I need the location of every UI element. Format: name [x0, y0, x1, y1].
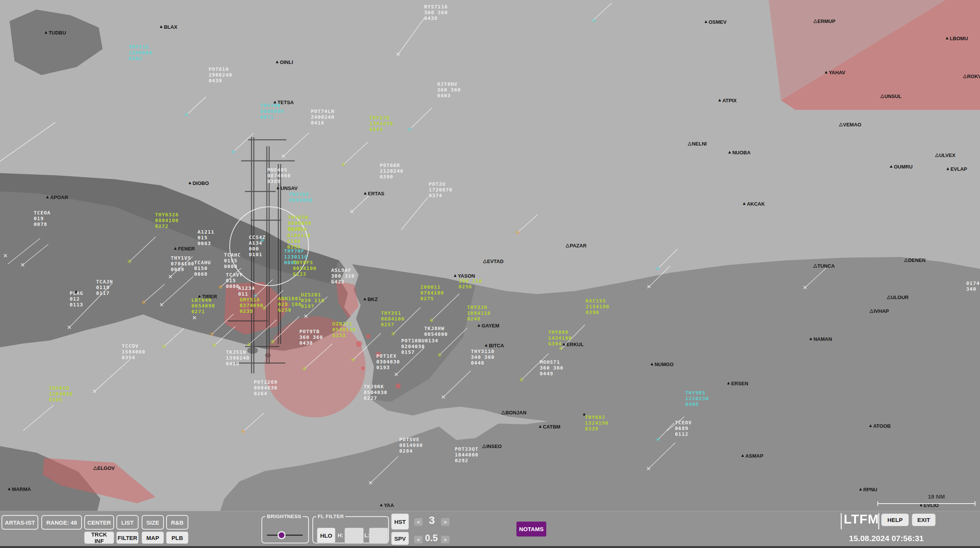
aircraft-symbol[interactable]: ✕ — [304, 313, 309, 320]
center-button[interactable]: CENTER — [84, 515, 114, 530]
aircraft-symbol[interactable]: ✕ — [647, 283, 652, 290]
aircraft-symbol[interactable]: ✳ — [212, 342, 217, 349]
aircraft-symbol[interactable]: ✳ — [302, 365, 307, 372]
aircraft-symbol[interactable]: ✳ — [247, 341, 252, 348]
l-input[interactable] — [369, 528, 388, 544]
h-input[interactable] — [345, 528, 364, 544]
hst-decrement-button[interactable]: < — [414, 518, 423, 526]
track-label-THY6326[interactable]: THY632608841000272 — [155, 212, 179, 229]
track-label-TCCDV[interactable]: TCCDV15840600354 — [122, 343, 145, 360]
hlo-button[interactable]: HLO — [317, 528, 335, 543]
aircraft-symbol[interactable]: ✳ — [218, 284, 223, 291]
aircraft-symbol[interactable]: ✳ — [270, 339, 275, 345]
track-label-LBT640[interactable]: LBT64006540900271 — [191, 297, 215, 314]
aircraft-symbol[interactable]: ✕ — [231, 149, 236, 155]
help-button[interactable]: HELP — [881, 514, 909, 526]
radar-map[interactable]: ▲TUDBU▲BLAX▲OINLI▲TETSA▲OSMEV△ERMUP▲LBOM… — [0, 0, 980, 548]
range-button[interactable]: RANGE: 48 — [41, 515, 82, 530]
aircraft-symbol[interactable]: ✳ — [656, 436, 661, 443]
spv-increment-button[interactable]: > — [441, 536, 449, 543]
track-label-UZB271[interactable]: UZB2710549110G233 — [332, 321, 356, 338]
track-label-THY8FS[interactable]: THY8FS0054100G123 — [293, 260, 317, 277]
track-label-UZS201[interactable]: UZS201039 1100187 — [301, 292, 325, 309]
track-label-POT9TB[interactable]: POT9TB360 3600438 — [299, 329, 323, 346]
aircraft-symbol[interactable]: ✳ — [429, 317, 434, 324]
aircraft-symbol[interactable]: ✕ — [646, 465, 651, 472]
aircraft-symbol[interactable]: ✕ — [92, 388, 97, 395]
track-label-0174[interactable]: 0174340 2 — [966, 280, 980, 292]
aircraft-symbol[interactable]: ✕ — [184, 111, 189, 118]
aircraft-symbol[interactable]: ✳ — [253, 293, 258, 299]
track-label-TKJ9RK[interactable]: TKJ9RK05040300227 — [364, 384, 387, 401]
aircraft-symbol[interactable]: ✳ — [351, 357, 356, 363]
hst-increment-button[interactable]: > — [441, 518, 449, 526]
track-label-A1211[interactable]: A12110150083 — [198, 229, 214, 246]
track-label-OJT8NV[interactable]: OJT8NV360 3600403 — [437, 81, 461, 98]
filter-button[interactable]: FILTER — [116, 532, 139, 544]
track-label-THY1KP[interactable]: THY1KP0694080 — [289, 191, 313, 203]
track-label-THY60J[interactable]: THY60J13241900339 — [585, 414, 609, 432]
track-label-TCEOV[interactable]: TCEOV06890112 — [675, 420, 692, 437]
track-label-KAC155[interactable]: KAC15521341900390 — [586, 298, 609, 315]
track-label-TCEOA[interactable]: TCEOA0190078 — [34, 210, 51, 227]
track-label-THY351[interactable]: THY35106841000257 — [381, 310, 405, 327]
rb-button[interactable]: R&B — [166, 515, 188, 530]
track-label-MOHS71[interactable]: MOHS71360 3600449 — [540, 359, 564, 376]
aircraft-symbol[interactable]: ✕ — [350, 208, 354, 215]
hst-button[interactable]: HST — [391, 514, 409, 530]
track-label-THY9RS[interactable]: THY9RS12202300409 — [685, 390, 709, 407]
track-label-TCAHU[interactable]: TCAHU01500068 — [194, 260, 211, 277]
aircraft-symbol[interactable]: ✳ — [241, 428, 246, 435]
track-label-A1234[interactable]: A1234011 — [238, 285, 255, 297]
spv-button[interactable]: SPV — [391, 532, 409, 545]
track-label-POT23QT[interactable]: POT23QT10440000292 — [455, 446, 479, 463]
aircraft-symbol[interactable]: ✕ — [368, 479, 373, 486]
artas-ist-button[interactable]: ARTAS-IST — [2, 515, 38, 530]
aircraft-symbol[interactable]: ✳ — [391, 330, 396, 337]
aircraft-symbol[interactable]: ✕ — [168, 273, 173, 280]
aircraft-symbol[interactable]: ✳ — [260, 237, 265, 244]
track-label-TCAJH[interactable]: TCAJH01190117 — [96, 279, 113, 296]
track-label-POT66R[interactable]: POT66R21202400390 — [380, 162, 403, 180]
aircraft-symbol[interactable]: ✕ — [159, 301, 164, 308]
track-label-THY3JH[interactable]: THY3JH10941100248 — [467, 304, 491, 322]
aircraft-symbol[interactable]: ✕ — [655, 265, 660, 272]
aircraft-symbol[interactable]: ✕ — [394, 371, 399, 378]
track-label-POT1EX[interactable]: POT1EX03040300193 — [376, 353, 400, 370]
track-label-PLAG[interactable]: PLAG0120113 — [70, 290, 83, 308]
track-label-THY7NB[interactable]: THY7NB08900000071 — [260, 103, 284, 120]
aircraft-symbol[interactable]: ✳ — [515, 229, 520, 236]
track-label-POT5VE[interactable]: POT5VE08140800284 — [399, 437, 423, 454]
aircraft-symbol[interactable]: ✕ — [591, 17, 596, 24]
brightness-slider-knob[interactable] — [278, 531, 286, 539]
track-label-THY270[interactable]: THY27013442300354 — [369, 115, 393, 132]
aircraft-symbol[interactable]: ✳ — [209, 331, 214, 338]
aircraft-symbol[interactable]: ✕ — [396, 51, 401, 58]
map-button[interactable]: MAP — [142, 532, 164, 544]
track-label-RYS7116[interactable]: RYS7116360 3600438 — [424, 4, 448, 21]
track-label-MNE405[interactable]: MNE40508740600389 — [267, 167, 291, 184]
aircraft-symbol[interactable]: ✕ — [281, 153, 286, 160]
trck-inf-button[interactable]: TRCK INF — [84, 532, 114, 544]
track-label-POT74LN[interactable]: POT74LN24002400416 — [311, 108, 335, 126]
notams-button[interactable]: NOTAMS — [516, 522, 546, 537]
size-button[interactable]: SIZE — [142, 515, 164, 530]
track-label-THY8CO[interactable]: THY8CO12040300305 — [49, 385, 73, 402]
aircraft-symbol[interactable]: ✕ — [20, 262, 25, 268]
track-label-THY71E[interactable]: THY71E18000600382 — [129, 44, 152, 61]
aircraft-symbol[interactable]: ✕ — [3, 252, 8, 259]
exit-button[interactable]: EXIT — [912, 514, 936, 526]
track-label-POT2U[interactable]: POT2U17200700374 — [429, 181, 452, 198]
aircraft-symbol[interactable]: ✕ — [67, 324, 72, 331]
aircraft-symbol[interactable]: ✳ — [141, 299, 146, 306]
aircraft-symbol[interactable]: ✳ — [341, 161, 346, 168]
track-label-THY1VS[interactable]: THY1VS07841000089 — [171, 255, 194, 272]
aircraft-symbol[interactable]: ✳ — [162, 343, 167, 350]
aircraft-symbol[interactable]: ✕ — [407, 126, 412, 133]
aircraft-symbol[interactable]: ✳ — [559, 345, 564, 352]
list-button[interactable]: LIST — [116, 515, 139, 530]
track-label-POT10BU0134[interactable]: POT10BU013402040300157 — [401, 338, 438, 355]
track-label-POT2269[interactable]: POT226908040300264 — [254, 379, 278, 396]
track-label-TCAHC[interactable]: TCAHC01550000 — [224, 252, 241, 269]
aircraft-symbol[interactable]: ✕ — [441, 394, 446, 401]
